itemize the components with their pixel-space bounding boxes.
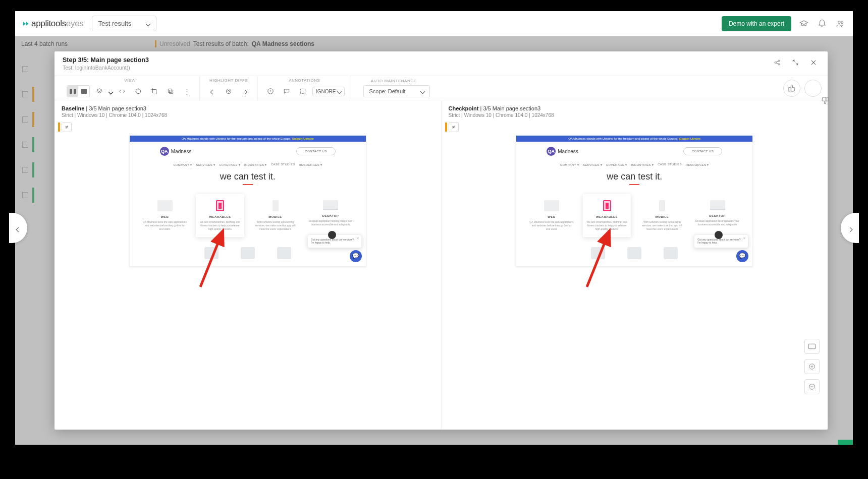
svg-rect-10 xyxy=(168,89,172,92)
banner: QA Madness stands with Ukraine for the f… xyxy=(130,136,366,142)
scope-dropdown[interactable]: Scope: Default xyxy=(363,85,429,97)
fit-screen-button[interactable] xyxy=(804,339,820,354)
group-label: ANNOTATIONS xyxy=(289,78,320,83)
zoom-out-button[interactable] xyxy=(804,379,820,394)
card-desc: QA Madness tests the web applications an… xyxy=(529,220,574,231)
baseline-pane: Baseline | 3/5 Main page section3 Strict… xyxy=(55,100,442,430)
checkpoint-pane: Checkpoint | 3/5 Main page section3 Stri… xyxy=(442,100,828,430)
single-view-icon[interactable] xyxy=(78,86,89,97)
monitor-icon xyxy=(710,200,725,210)
zoom-in-button[interactable] xyxy=(804,359,820,374)
ignore-dropdown[interactable]: IGNORE xyxy=(312,87,345,96)
card-title: MOBILE xyxy=(253,215,298,218)
scope-label: Scope: Default xyxy=(369,88,405,94)
svg-rect-17 xyxy=(808,344,815,348)
banner: QA Madness stands with Ukraine for the f… xyxy=(516,136,752,142)
applitools-logo[interactable]: applitoolseyes xyxy=(22,19,84,29)
side-by-side-icon[interactable] xyxy=(67,86,78,97)
thumbs-down-button[interactable] xyxy=(804,80,822,97)
close-icon[interactable] xyxy=(807,56,820,69)
logo-icon xyxy=(664,247,678,259)
issue-icon[interactable] xyxy=(264,85,277,98)
group-label: VIEW xyxy=(124,78,135,83)
svg-point-11 xyxy=(226,89,231,93)
nav-item: CASE STUDIES xyxy=(271,163,295,166)
select-diff-icon[interactable] xyxy=(222,85,235,98)
banner-link: Support Ukraine xyxy=(292,137,313,140)
layers-icon[interactable] xyxy=(93,85,106,98)
logo-icon xyxy=(627,247,641,259)
crop-icon[interactable] xyxy=(148,85,161,98)
modal-header: Step 3/5: Main page section3 Test: login… xyxy=(55,51,828,76)
chevron-right-icon xyxy=(848,222,852,234)
comment-icon[interactable] xyxy=(280,85,293,98)
diff-indicator[interactable]: ≠ xyxy=(62,122,72,132)
monitor-icon xyxy=(323,200,338,210)
qa-logo-text: Madness xyxy=(171,149,192,154)
dropdown-label: Test results xyxy=(98,20,132,27)
nav-item: RESOURCES ▾ xyxy=(299,163,322,166)
card-title: WEB xyxy=(529,215,574,218)
pane-crumb: 3/5 Main page section3 xyxy=(89,105,146,111)
card-title: DESKTOP xyxy=(695,214,740,217)
chat-popup: ✕Got any questions about our services? I… xyxy=(307,234,362,248)
hero-text: we can test it. xyxy=(130,171,366,182)
graduation-icon[interactable] xyxy=(798,18,809,29)
target-icon[interactable] xyxy=(132,85,145,98)
chat-fab-icon: 💬 xyxy=(350,250,362,262)
demo-button[interactable]: Demo with an expert xyxy=(722,16,791,31)
qa-logo-icon: QA xyxy=(160,147,169,156)
annotations-group: ANNOTATIONS IGNORE xyxy=(258,76,351,100)
pane-separator: | xyxy=(480,105,481,111)
region-icon[interactable] xyxy=(296,85,309,98)
expand-icon[interactable] xyxy=(789,56,801,69)
highlight-group: HIGHLIGHT DIFFS xyxy=(200,76,258,100)
laptop-icon xyxy=(157,200,173,211)
watch-diff-icon xyxy=(603,200,611,211)
card-desc: Desktop application testing makes your b… xyxy=(308,219,353,226)
card-desktop: DESKTOPDesktop application testing makes… xyxy=(693,194,742,237)
hero-underline xyxy=(243,184,253,185)
test-results-dropdown[interactable]: Test results xyxy=(92,16,157,31)
svg-rect-14 xyxy=(300,89,305,93)
prev-diff-icon[interactable] xyxy=(206,85,219,98)
next-diff-icon[interactable] xyxy=(238,85,251,98)
code-icon[interactable] xyxy=(116,85,129,98)
phone-icon xyxy=(273,200,279,211)
share-icon[interactable] xyxy=(771,56,783,69)
checkpoint-screenshot[interactable]: QA Madness stands with Ukraine for the f… xyxy=(449,135,821,425)
diff-indicator[interactable]: ≠ xyxy=(449,122,459,132)
group-label: HIGHLIGHT DIFFS xyxy=(209,78,248,83)
pane-title: Checkpoint xyxy=(449,105,479,111)
thumbs-up-button[interactable] xyxy=(783,80,800,97)
chevron-down-icon[interactable] xyxy=(109,87,113,96)
copy-icon[interactable] xyxy=(164,85,177,98)
more-icon[interactable]: ⋮ xyxy=(180,85,193,98)
view-mode-toggle[interactable] xyxy=(67,85,90,97)
baseline-screenshot[interactable]: QA Madness stands with Ukraine for the f… xyxy=(62,135,434,425)
logo-icon xyxy=(277,247,291,259)
svg-line-16 xyxy=(587,230,610,287)
card-title: DESKTOP xyxy=(308,214,353,217)
users-icon[interactable] xyxy=(835,18,846,29)
chevron-left-icon xyxy=(17,222,20,234)
logo-text-bold: applitools xyxy=(31,19,66,28)
qa-logo: QAMadness xyxy=(547,147,578,156)
nav-item: CASE STUDIES xyxy=(658,163,682,166)
nav-item: COMPANY ▾ xyxy=(173,163,192,166)
close-icon: ✕ xyxy=(356,236,359,241)
bell-icon[interactable] xyxy=(817,18,828,29)
chat-fab-icon: 💬 xyxy=(736,250,748,262)
chevron-right-icon xyxy=(243,88,247,95)
banner-text: QA Madness stands with Ukraine for the f… xyxy=(568,137,678,140)
svg-rect-6 xyxy=(74,89,76,94)
contact-button: CONTACT US xyxy=(683,147,722,155)
site-header: QAMadness CONTACT US xyxy=(516,142,752,161)
close-icon: ✕ xyxy=(743,236,746,241)
watch-diff-icon xyxy=(216,200,224,211)
card-title: WEARABLES xyxy=(198,215,242,218)
card-mobile: MOBILEWith software testing outsourcing … xyxy=(251,194,300,237)
bottom-status-indicator xyxy=(838,440,853,445)
card-mobile: MOBILEWith software testing outsourcing … xyxy=(638,194,686,237)
card-title: WEB xyxy=(143,215,187,218)
